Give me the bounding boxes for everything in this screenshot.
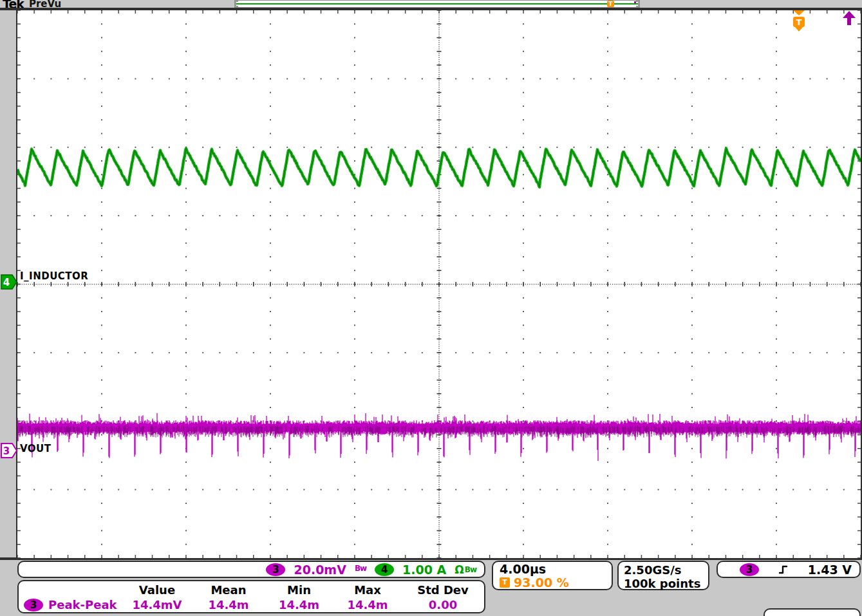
measurement-value: 14.4mV [122,598,192,611]
measurement-max: 14.4m [333,598,402,611]
trigger-level: 1.43 V [808,563,852,577]
channel-scale-readout: 3 20.0mV Bw 4 1.00 A Ω Bw [17,561,485,578]
channel4-reference-marker: 4 [1,274,17,290]
svg-text:3: 3 [3,445,10,457]
col-mean: Mean [192,583,265,597]
oscilloscope-screen: Tek PreVu T I_INDUCTOR VOUT 4 3 T [0,0,862,616]
channel3-bandwidth-icon: Bw [355,564,366,573]
trigger-level-offscreen-arrow-icon [842,11,856,26]
record-view-bar: T [234,0,640,8]
waveform-display-area [17,10,861,558]
col-max: Max [333,583,402,597]
measurement-row: 3 Peak-Peak 14.4mV 14.4m 14.4m 14.4m 0.0… [19,598,484,611]
record-waveform-line [236,3,638,5]
channel3-badge: 3 [266,563,285,576]
trigger-t-icon: T [500,577,510,588]
sample-rate: 2.50GS/s [624,563,708,577]
bottom-right-readout-partial [764,608,861,616]
record-length: 100k points [624,577,708,590]
timebase-readout: 4.00µs T 93.00 % [492,561,613,590]
measurement-stddev: 0.00 [402,598,484,611]
channel4-trace-label: I_INDUCTOR [20,270,88,282]
trigger-readout: 3 1.43 V [717,561,861,578]
svg-text:T: T [796,17,802,27]
channel3-reference-marker: 3 [1,442,17,459]
channel4-badge: 4 [375,563,394,576]
col-min: Min [265,583,333,597]
measurement-source-badge: 3 [24,599,43,611]
channel4-scale: 1.00 A [402,563,446,577]
measurement-header-row: Value Mean Min Max Std Dev [19,583,484,597]
measurement-min: 14.4m [265,598,333,611]
record-end-marker [634,1,636,3]
acquisition-readout: 2.50GS/s 100k points [617,561,709,590]
waveform-traces [17,10,861,558]
rising-edge-icon [778,564,790,575]
ohm-icon: Ω [454,563,464,576]
channel4-bandwidth-icon: Bw [465,565,476,574]
trigger-position-flag-icon: T [791,10,807,33]
record-view-left-bracket [235,1,238,7]
measurement-name: Peak-Peak [48,598,117,611]
record-view-right-bracket [636,1,639,7]
col-value: Value [122,583,192,597]
trigger-position-marker-icon: T [607,1,614,7]
col-stddev: Std Dev [402,583,484,597]
channel3-trace-label: VOUT [20,443,52,454]
channel3-scale: 20.0mV [294,563,346,577]
measurement-mean: 14.4m [192,598,265,611]
svg-text:4: 4 [3,277,10,288]
measurement-table: Value Mean Min Max Std Dev 3 Peak-Peak 1… [17,580,485,613]
timebase-scale: 4.00µs [500,563,612,576]
channel4-coupling: Ω Bw [454,563,476,576]
trigger-source-badge: 3 [740,563,759,576]
trigger-position-percent: 93.00 % [514,576,569,589]
